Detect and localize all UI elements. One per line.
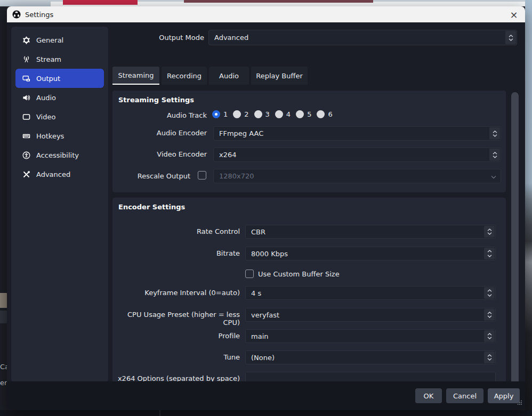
radio-label: 4: [286, 110, 291, 118]
streaming-settings-group: Streaming Settings Audio Track 1 2 3 4 5…: [112, 91, 506, 192]
footer-bar: OK Cancel Apply: [7, 381, 525, 410]
sidebar-item-label: Hotkeys: [36, 132, 64, 140]
gear-icon: [22, 36, 30, 44]
sidebar-item-accessibility[interactable]: Accessibility: [15, 145, 104, 165]
chevron-up-down-icon[interactable]: [505, 31, 516, 44]
speaker-icon: [22, 93, 30, 102]
sidebar-item-video[interactable]: Video: [15, 107, 104, 126]
audio-encoder-select[interactable]: FFmpeg AAC: [213, 126, 501, 141]
keyframe-interval-label: Keyframe Interval (0=auto): [112, 289, 240, 297]
rate-control-label: Rate Control: [112, 227, 240, 235]
sidebar-item-label: General: [36, 36, 63, 44]
rescale-output-checkbox[interactable]: [198, 171, 206, 180]
radio-option-2[interactable]: 2: [233, 110, 248, 118]
accessibility-icon: [22, 151, 30, 159]
chevron-up-icon: [487, 250, 492, 252]
tab-label: Replay Buffer: [256, 72, 303, 80]
audio-track-label: Audio Track: [112, 111, 207, 119]
rescale-resolution-select: 1280x720: [213, 169, 501, 183]
profile-select[interactable]: main: [245, 329, 496, 343]
chevron-up-down-icon[interactable]: [484, 330, 495, 342]
video-encoder-label: Video Encoder: [112, 150, 207, 158]
settings-content: General Stream Output: [7, 22, 525, 410]
sidebar-item-label: Audio: [36, 94, 56, 102]
chevron-down-icon: [487, 255, 492, 257]
radio-option-1[interactable]: 1: [212, 110, 228, 118]
vertical-scrollbar[interactable]: [511, 92, 519, 395]
radio-icon[interactable]: [296, 110, 304, 118]
tab-streaming[interactable]: Streaming: [112, 67, 159, 85]
rescale-resolution-value: 1280x720: [219, 172, 254, 180]
audio-track-radio-group: 1 2 3 4 5 6: [212, 110, 333, 118]
cancel-button[interactable]: Cancel: [446, 388, 483, 403]
tab-audio[interactable]: Audio: [209, 67, 249, 85]
tab-recording[interactable]: Recording: [162, 67, 207, 85]
titlebar: Settings ×: [7, 6, 525, 22]
bitrate-spinner[interactable]: 8000 Kbps: [245, 247, 496, 260]
radio-icon[interactable]: [233, 110, 241, 118]
tune-select[interactable]: (None): [245, 350, 496, 364]
ok-button[interactable]: OK: [415, 388, 442, 403]
radio-selected-icon[interactable]: [212, 110, 220, 118]
custom-buffer-checkbox[interactable]: [245, 270, 254, 278]
bitrate-label: Bitrate: [112, 249, 240, 257]
rescale-output-label: Rescale Output: [112, 172, 190, 180]
tab-replay-buffer[interactable]: Replay Buffer: [251, 67, 308, 85]
group-title: Streaming Settings: [118, 96, 194, 104]
keyframe-interval-value: 4 s: [251, 289, 261, 297]
cpu-preset-select[interactable]: veryfast: [245, 308, 496, 322]
spinner-arrows[interactable]: [484, 248, 495, 259]
output-mode-select[interactable]: Advanced: [208, 30, 517, 45]
radio-icon[interactable]: [317, 110, 325, 118]
chevron-up-down-icon[interactable]: [489, 149, 500, 161]
video-encoder-select[interactable]: x264: [213, 148, 501, 162]
radio-label: 6: [328, 110, 332, 118]
sidebar-item-output[interactable]: Output: [15, 69, 104, 88]
background-fragment: [0, 311, 7, 323]
chevron-up-down-icon[interactable]: [484, 226, 495, 238]
radio-option-3[interactable]: 3: [254, 110, 270, 118]
sidebar-item-general[interactable]: General: [15, 30, 104, 50]
chevron-down-icon: [487, 294, 492, 297]
keyframe-interval-spinner[interactable]: 4 s: [245, 286, 496, 300]
sidebar-item-advanced[interactable]: Advanced: [15, 165, 104, 184]
radio-option-5[interactable]: 5: [296, 110, 311, 118]
desktop-backdrop-right: [525, 0, 532, 416]
tab-label: Audio: [219, 72, 239, 80]
output-mode-label: Output Mode: [98, 34, 204, 42]
radio-icon[interactable]: [275, 110, 283, 118]
apply-button[interactable]: Apply: [488, 388, 520, 403]
close-icon[interactable]: ×: [503, 6, 525, 22]
sidebar-item-hotkeys[interactable]: Hotkeys: [15, 126, 104, 145]
tools-icon: [22, 170, 30, 178]
sidebar-item-stream[interactable]: Stream: [15, 50, 104, 69]
tab-label: Streaming: [118, 71, 154, 79]
desktop: Ca er Settings × General: [0, 0, 532, 416]
obs-main-window-edge: [0, 6, 7, 410]
custom-buffer-label: Use Custom Buffer Size: [258, 270, 340, 278]
rate-control-select[interactable]: CBR: [245, 225, 496, 239]
resize-grip[interactable]: [517, 397, 522, 407]
sidebar-item-label: Video: [36, 113, 55, 121]
background-text-fragment: Ca: [0, 363, 7, 371]
profile-value: main: [251, 332, 268, 340]
monitor-icon: [22, 112, 30, 121]
radio-icon[interactable]: [254, 110, 262, 118]
chevron-up-down-icon[interactable]: [484, 309, 495, 321]
tab-label: Recording: [167, 72, 201, 80]
video-encoder-value: x264: [219, 151, 237, 159]
radio-option-4[interactable]: 4: [275, 110, 291, 118]
spinner-arrows[interactable]: [484, 287, 495, 299]
radio-label: 1: [223, 110, 228, 118]
radio-option-6[interactable]: 6: [317, 110, 332, 118]
sidebar-item-audio[interactable]: Audio: [15, 88, 104, 107]
obs-main-window-bottom-edge: [0, 410, 532, 416]
chevron-up-down-icon[interactable]: [484, 352, 495, 363]
chevron-up-down-icon[interactable]: [489, 127, 500, 140]
background-text-fragment: er: [0, 379, 7, 387]
bitrate-value: 8000 Kbps: [251, 250, 288, 258]
encoder-settings-group: Encoder Settings Rate Control CBR Bitrat…: [112, 198, 506, 391]
rate-control-value: CBR: [251, 228, 265, 236]
cpu-preset-value: veryfast: [251, 311, 279, 319]
obs-logo-icon: [12, 10, 21, 19]
